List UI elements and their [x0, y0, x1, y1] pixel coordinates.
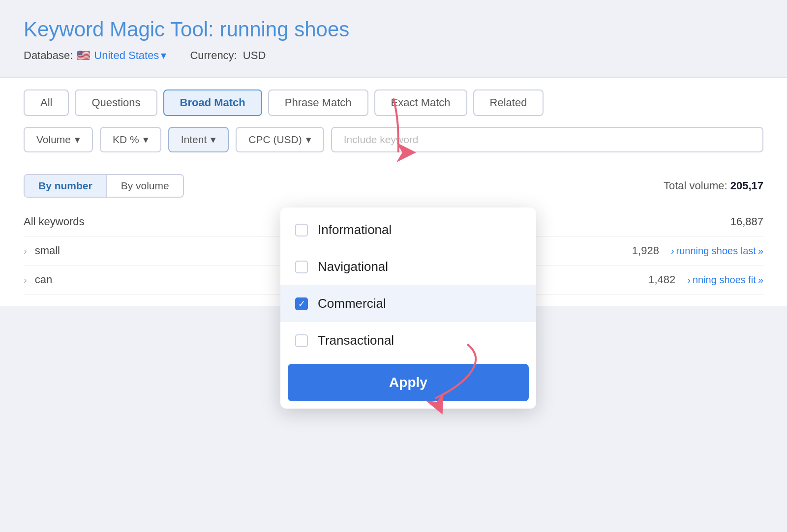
- tab-questions[interactable]: Questions: [75, 89, 157, 116]
- filters-row: Volume ▾ KD % ▾ Intent ▾ CPC (USD) ▾ Inc…: [24, 127, 763, 162]
- tab-phrase-match[interactable]: Phrase Match: [268, 89, 368, 116]
- related-link[interactable]: › nning shoes fit »: [687, 274, 763, 286]
- database-selector[interactable]: United States ▾: [94, 49, 166, 62]
- tab-broad-match[interactable]: Broad Match: [163, 89, 262, 116]
- intent-dropdown: Informational Navigational ✓ Commercial …: [280, 207, 536, 409]
- commercial-label: Commercial: [318, 296, 386, 311]
- database-value: United States: [94, 49, 159, 62]
- kd-chevron-icon: ▾: [143, 134, 149, 146]
- currency-section: Currency: USD: [190, 49, 266, 62]
- page-title: Keyword Magic Tool: running shoes: [24, 18, 763, 41]
- intent-chevron-icon: ▾: [211, 134, 216, 146]
- transactional-checkbox[interactable]: [295, 334, 308, 347]
- keyword-count: 1,482: [648, 273, 675, 286]
- check-icon: ✓: [298, 298, 305, 309]
- navigational-label: Navigational: [318, 259, 388, 274]
- tab-related[interactable]: Related: [473, 89, 544, 116]
- list-item[interactable]: Navigational: [280, 248, 536, 285]
- title-query: running shoes: [219, 18, 349, 41]
- database-section: Database: 🇺🇸 United States ▾: [24, 49, 166, 62]
- informational-label: Informational: [318, 222, 392, 237]
- cpc-filter[interactable]: CPC (USD) ▾: [236, 127, 324, 152]
- expand-icon[interactable]: ›: [24, 245, 27, 257]
- database-chevron-icon: ▾: [161, 49, 166, 62]
- navigational-checkbox[interactable]: [295, 261, 308, 273]
- tab-exact-match[interactable]: Exact Match: [374, 89, 467, 116]
- intent-filter[interactable]: Intent ▾: [168, 127, 229, 152]
- cpc-label: CPC (USD): [248, 134, 302, 146]
- informational-checkbox[interactable]: [295, 224, 308, 236]
- cpc-chevron-icon: ▾: [306, 134, 311, 146]
- kd-label: KD %: [113, 134, 139, 146]
- view-toggle: By number By volume: [24, 174, 184, 198]
- sub-toolbar: By number By volume Total volume: 205,17: [24, 174, 763, 198]
- total-volume-value: 205,17: [730, 179, 763, 192]
- expand-icon[interactable]: ›: [24, 274, 27, 286]
- list-item[interactable]: ✓ Commercial: [280, 285, 536, 322]
- us-flag-icon: 🇺🇸: [77, 49, 90, 62]
- total-volume: Total volume: 205,17: [664, 179, 763, 192]
- related-text: nning shoes fit: [693, 274, 756, 286]
- tabs-row: All Questions Broad Match Phrase Match E…: [24, 89, 763, 116]
- keyword-count: 1,928: [632, 244, 659, 257]
- list-item[interactable]: Transactional: [280, 322, 536, 359]
- intent-label: Intent: [181, 134, 207, 146]
- toolbar-section: All Questions Broad Match Phrase Match E…: [0, 78, 787, 162]
- transactional-label: Transactional: [318, 333, 394, 348]
- volume-label: Volume: [36, 134, 71, 146]
- include-keyword-btn[interactable]: Include keyword: [331, 127, 763, 152]
- currency-value: USD: [243, 49, 266, 61]
- header-meta: Database: 🇺🇸 United States ▾ Currency: U…: [24, 49, 763, 62]
- related-link[interactable]: › running shoes last »: [671, 245, 763, 257]
- volume-chevron-icon: ▾: [75, 134, 80, 146]
- double-right-icon: »: [758, 274, 763, 286]
- include-keyword-placeholder: Include keyword: [344, 134, 419, 145]
- database-label: Database:: [24, 49, 73, 62]
- related-text: running shoes last: [676, 245, 756, 257]
- list-item[interactable]: Informational: [280, 211, 536, 248]
- kd-filter[interactable]: KD % ▾: [100, 127, 161, 152]
- tab-all[interactable]: All: [24, 89, 69, 116]
- by-number-btn[interactable]: By number: [25, 175, 106, 197]
- total-volume-label: Total volume:: [664, 179, 727, 192]
- title-static: Keyword Magic Tool:: [24, 18, 214, 41]
- commercial-checkbox[interactable]: ✓: [295, 297, 308, 310]
- double-right-icon: »: [758, 245, 763, 257]
- apply-button[interactable]: Apply: [288, 364, 529, 401]
- volume-filter[interactable]: Volume ▾: [24, 127, 93, 152]
- currency-label: Currency:: [190, 49, 237, 61]
- by-volume-btn[interactable]: By volume: [106, 175, 183, 197]
- all-keywords-count: 16,887: [730, 215, 763, 228]
